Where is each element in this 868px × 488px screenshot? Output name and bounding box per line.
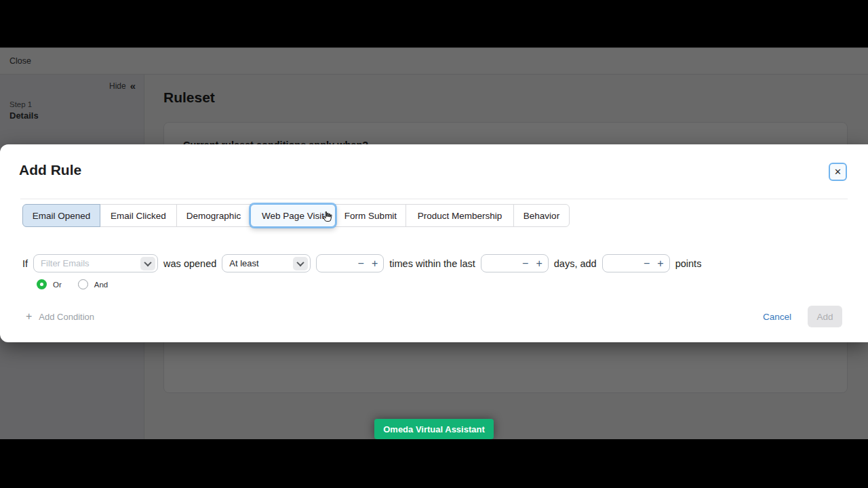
- tab-email-opened[interactable]: Email Opened: [22, 204, 100, 227]
- tab-behavior[interactable]: Behavior: [513, 204, 570, 227]
- logic-operator-row: Or And: [37, 279, 108, 289]
- times-within-label: times within the last: [389, 258, 475, 269]
- minus-icon[interactable]: −: [358, 258, 364, 269]
- screen: Close Hide « Step 1 Details Step 2 Rules…: [0, 0, 868, 488]
- tab-product-membership[interactable]: Product Membership: [406, 204, 514, 227]
- chevron-down-icon[interactable]: [140, 257, 155, 270]
- plus-icon[interactable]: +: [536, 258, 542, 269]
- times-stepper[interactable]: − +: [316, 254, 384, 272]
- filter-emails-select[interactable]: Filter Emails: [33, 254, 158, 272]
- title-divider: [20, 199, 848, 199]
- add-condition-label: Add Condition: [39, 312, 94, 322]
- cancel-button[interactable]: Cancel: [763, 312, 791, 322]
- add-button[interactable]: Add: [808, 306, 842, 327]
- filter-emails-placeholder: Filter Emails: [34, 258, 90, 268]
- plus-icon[interactable]: +: [372, 258, 378, 269]
- or-radio[interactable]: [37, 279, 47, 289]
- days-stepper[interactable]: − +: [481, 254, 549, 272]
- letterbox-bottom: [0, 439, 868, 488]
- add-condition-button[interactable]: + Add Condition: [26, 310, 94, 323]
- tab-form-submit[interactable]: Form Submit: [335, 204, 406, 227]
- tab-demographic[interactable]: Demographic: [176, 204, 251, 227]
- omeda-virtual-assistant-button[interactable]: Omeda Virtual Assistant: [374, 419, 494, 439]
- comparator-value: At least: [222, 258, 258, 268]
- if-label: If: [22, 258, 28, 269]
- points-stepper[interactable]: − +: [602, 254, 670, 272]
- minus-icon[interactable]: −: [644, 258, 650, 269]
- add-rule-modal: Add Rule ✕ Email Opened Email Clicked De…: [0, 144, 868, 342]
- plus-icon[interactable]: +: [657, 258, 663, 269]
- close-icon[interactable]: ✕: [829, 163, 847, 181]
- tab-email-clicked[interactable]: Email Clicked: [100, 204, 177, 227]
- modal-footer-actions: Cancel Add: [763, 306, 842, 327]
- and-radio[interactable]: [78, 279, 88, 289]
- points-label: points: [675, 258, 702, 269]
- minus-icon[interactable]: −: [522, 258, 528, 269]
- comparator-select[interactable]: At least: [222, 254, 311, 272]
- plus-icon: +: [26, 310, 32, 323]
- letterbox-top: [0, 0, 868, 47]
- rule-condition-row: If Filter Emails was opened At least − +…: [22, 254, 701, 272]
- chevron-down-icon[interactable]: [293, 257, 308, 270]
- modal-title: Add Rule: [19, 162, 81, 178]
- and-label: And: [94, 281, 108, 289]
- tab-web-page-visit[interactable]: Web Page Visit: [250, 204, 336, 227]
- was-opened-label: was opened: [163, 258, 216, 269]
- rule-type-tabs: Email Opened Email Clicked Demographic W…: [22, 204, 570, 227]
- or-label: Or: [53, 281, 62, 289]
- days-add-label: days, add: [554, 258, 597, 269]
